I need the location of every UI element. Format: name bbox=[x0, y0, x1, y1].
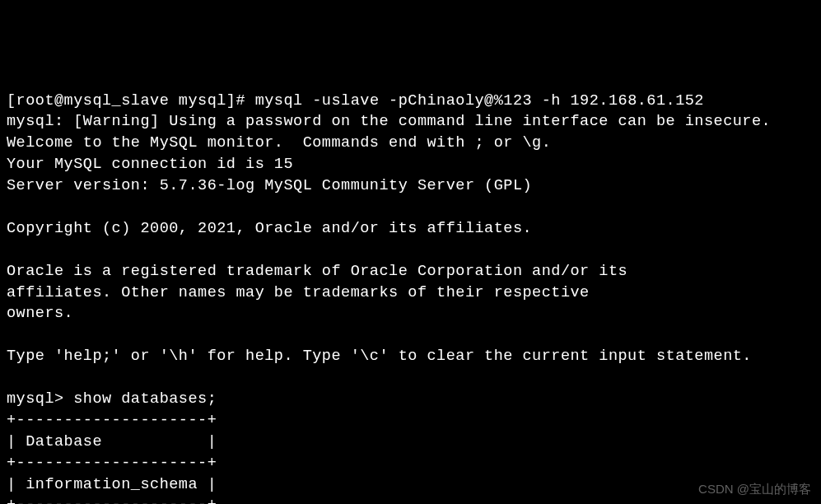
table-header: | Database | bbox=[7, 433, 217, 450]
mysql-help-line: Type 'help;' or '\h' for help. Type '\c'… bbox=[7, 348, 752, 365]
mysql-copyright: Copyright (c) 2000, 2021, Oracle and/or … bbox=[7, 220, 532, 237]
shell-command[interactable]: mysql -uslave -pChinaoly@%123 -h 192.168… bbox=[255, 92, 704, 110]
table-border-top: +--------------------+ bbox=[7, 412, 217, 429]
mysql-welcome: Welcome to the MySQL monitor. Commands e… bbox=[7, 134, 551, 152]
mysql-trademark-line1: Oracle is a registered trademark of Orac… bbox=[7, 263, 627, 280]
shell-prompt: [root@mysql_slave mysql]# bbox=[7, 92, 255, 110]
mysql-prompt: mysql> bbox=[7, 390, 73, 408]
mysql-trademark-line3: owners. bbox=[7, 305, 73, 322]
mysql-warning: mysql: [Warning] Using a password on the… bbox=[7, 113, 771, 130]
table-row: | information_schema | bbox=[7, 476, 217, 493]
mysql-server-version: Server version: 5.7.36-log MySQL Communi… bbox=[7, 177, 532, 194]
mysql-connection-id: Your MySQL connection id is 15 bbox=[7, 156, 293, 173]
sql-command[interactable]: show databases; bbox=[73, 390, 217, 408]
watermark: CSDN @宝山的博客 bbox=[698, 480, 811, 497]
mysql-trademark-line2: affiliates. Other names may be trademark… bbox=[7, 284, 590, 301]
table-border-mid: +--------------------+ bbox=[7, 455, 217, 472]
table-border-bottom: +--------------------+ bbox=[7, 497, 217, 504]
